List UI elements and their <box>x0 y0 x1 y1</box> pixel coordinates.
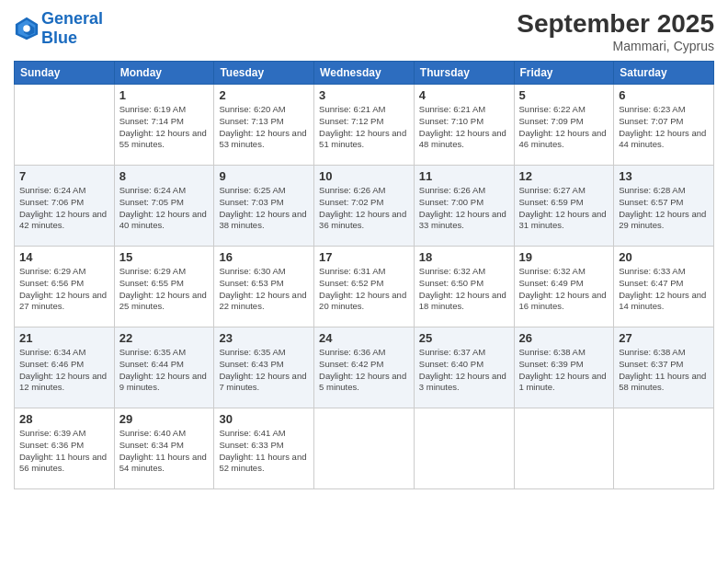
day-info: Sunrise: 6:20 AMSunset: 7:13 PMDaylight:… <box>219 104 309 151</box>
day-number: 27 <box>619 331 709 345</box>
day-info: Sunrise: 6:23 AMSunset: 7:07 PMDaylight:… <box>619 104 709 151</box>
calendar-cell <box>314 408 415 489</box>
day-number: 28 <box>19 412 109 426</box>
day-number: 7 <box>19 169 109 183</box>
calendar-cell <box>15 85 115 166</box>
calendar-cell: 4Sunrise: 6:21 AMSunset: 7:10 PMDaylight… <box>414 85 514 166</box>
day-number: 16 <box>219 250 309 264</box>
calendar-cell <box>514 408 614 489</box>
day-info: Sunrise: 6:29 AMSunset: 6:56 PMDaylight:… <box>19 266 109 313</box>
calendar-cell: 25Sunrise: 6:37 AMSunset: 6:40 PMDayligh… <box>414 327 514 408</box>
calendar-cell: 16Sunrise: 6:30 AMSunset: 6:53 PMDayligh… <box>214 247 314 327</box>
calendar-cell: 18Sunrise: 6:32 AMSunset: 6:50 PMDayligh… <box>414 247 514 327</box>
calendar-cell: 26Sunrise: 6:38 AMSunset: 6:39 PMDayligh… <box>514 327 614 408</box>
calendar-cell: 22Sunrise: 6:35 AMSunset: 6:44 PMDayligh… <box>114 327 214 408</box>
day-number: 26 <box>519 331 609 345</box>
calendar-cell: 15Sunrise: 6:29 AMSunset: 6:55 PMDayligh… <box>114 247 214 327</box>
day-info: Sunrise: 6:32 AMSunset: 6:50 PMDaylight:… <box>419 266 509 313</box>
calendar-cell: 29Sunrise: 6:40 AMSunset: 6:34 PMDayligh… <box>114 408 214 489</box>
calendar-cell: 6Sunrise: 6:23 AMSunset: 7:07 PMDaylight… <box>614 85 714 166</box>
weekday-header: Wednesday <box>314 62 415 85</box>
day-info: Sunrise: 6:29 AMSunset: 6:55 PMDaylight:… <box>119 266 210 313</box>
day-number: 30 <box>219 412 309 426</box>
month-title: September 2025 <box>517 9 714 39</box>
day-number: 21 <box>19 331 109 345</box>
day-info: Sunrise: 6:37 AMSunset: 6:40 PMDaylight:… <box>419 347 509 394</box>
header: General Blue September 2025 Mammari, Cyp… <box>14 9 714 53</box>
calendar-cell: 2Sunrise: 6:20 AMSunset: 7:13 PMDaylight… <box>214 85 314 166</box>
calendar-cell: 3Sunrise: 6:21 AMSunset: 7:12 PMDaylight… <box>314 85 415 166</box>
weekday-header: Sunday <box>15 62 115 85</box>
day-number: 11 <box>419 169 509 183</box>
calendar-cell: 23Sunrise: 6:35 AMSunset: 6:43 PMDayligh… <box>214 327 314 408</box>
location: Mammari, Cyprus <box>517 39 714 53</box>
calendar-week-row: 21Sunrise: 6:34 AMSunset: 6:46 PMDayligh… <box>15 327 714 408</box>
day-info: Sunrise: 6:27 AMSunset: 6:59 PMDaylight:… <box>519 185 609 232</box>
calendar-cell: 14Sunrise: 6:29 AMSunset: 6:56 PMDayligh… <box>15 247 115 327</box>
calendar-cell: 21Sunrise: 6:34 AMSunset: 6:46 PMDayligh… <box>15 327 115 408</box>
day-number: 10 <box>319 169 409 183</box>
day-number: 12 <box>519 169 609 183</box>
day-info: Sunrise: 6:21 AMSunset: 7:12 PMDaylight:… <box>319 104 409 151</box>
day-number: 19 <box>519 250 609 264</box>
calendar-cell: 24Sunrise: 6:36 AMSunset: 6:42 PMDayligh… <box>314 327 415 408</box>
day-number: 23 <box>219 331 309 345</box>
logo-general: General <box>41 9 103 29</box>
day-info: Sunrise: 6:26 AMSunset: 7:02 PMDaylight:… <box>319 185 409 232</box>
day-number: 17 <box>319 250 409 264</box>
calendar-week-row: 28Sunrise: 6:39 AMSunset: 6:36 PMDayligh… <box>15 408 714 489</box>
day-info: Sunrise: 6:22 AMSunset: 7:09 PMDaylight:… <box>519 104 609 151</box>
calendar-cell: 8Sunrise: 6:24 AMSunset: 7:05 PMDaylight… <box>114 166 214 247</box>
day-info: Sunrise: 6:19 AMSunset: 7:14 PMDaylight:… <box>119 104 210 151</box>
calendar-cell: 5Sunrise: 6:22 AMSunset: 7:09 PMDaylight… <box>514 85 614 166</box>
calendar-cell: 30Sunrise: 6:41 AMSunset: 6:33 PMDayligh… <box>214 408 314 489</box>
calendar-week-row: 14Sunrise: 6:29 AMSunset: 6:56 PMDayligh… <box>15 247 714 327</box>
calendar-cell: 9Sunrise: 6:25 AMSunset: 7:03 PMDaylight… <box>214 166 314 247</box>
logo-icon <box>14 16 40 41</box>
day-number: 25 <box>419 331 509 345</box>
day-number: 1 <box>119 88 210 102</box>
day-number: 9 <box>219 169 309 183</box>
logo-blue: Blue <box>41 29 77 47</box>
calendar-cell: 13Sunrise: 6:28 AMSunset: 6:57 PMDayligh… <box>614 166 714 247</box>
day-info: Sunrise: 6:28 AMSunset: 6:57 PMDaylight:… <box>619 185 709 232</box>
day-info: Sunrise: 6:38 AMSunset: 6:37 PMDaylight:… <box>619 347 709 394</box>
calendar-header-row: SundayMondayTuesdayWednesdayThursdayFrid… <box>15 62 714 85</box>
calendar-cell: 10Sunrise: 6:26 AMSunset: 7:02 PMDayligh… <box>314 166 415 247</box>
day-number: 8 <box>119 169 210 183</box>
day-info: Sunrise: 6:34 AMSunset: 6:46 PMDaylight:… <box>19 347 109 394</box>
day-info: Sunrise: 6:35 AMSunset: 6:43 PMDaylight:… <box>219 347 309 394</box>
day-info: Sunrise: 6:40 AMSunset: 6:34 PMDaylight:… <box>119 428 210 475</box>
day-info: Sunrise: 6:24 AMSunset: 7:06 PMDaylight:… <box>19 185 109 232</box>
day-info: Sunrise: 6:32 AMSunset: 6:49 PMDaylight:… <box>519 266 609 313</box>
calendar-cell: 11Sunrise: 6:26 AMSunset: 7:00 PMDayligh… <box>414 166 514 247</box>
day-number: 20 <box>619 250 709 264</box>
day-number: 18 <box>419 250 509 264</box>
day-info: Sunrise: 6:33 AMSunset: 6:47 PMDaylight:… <box>619 266 709 313</box>
day-number: 3 <box>319 88 409 102</box>
logo: General Blue <box>14 9 103 48</box>
day-number: 4 <box>419 88 509 102</box>
calendar-table: SundayMondayTuesdayWednesdayThursdayFrid… <box>14 61 714 489</box>
day-info: Sunrise: 6:21 AMSunset: 7:10 PMDaylight:… <box>419 104 509 151</box>
calendar-cell: 12Sunrise: 6:27 AMSunset: 6:59 PMDayligh… <box>514 166 614 247</box>
weekday-header: Monday <box>114 62 214 85</box>
calendar-cell: 19Sunrise: 6:32 AMSunset: 6:49 PMDayligh… <box>514 247 614 327</box>
day-info: Sunrise: 6:30 AMSunset: 6:53 PMDaylight:… <box>219 266 309 313</box>
calendar-cell <box>414 408 514 489</box>
day-number: 13 <box>619 169 709 183</box>
day-number: 14 <box>19 250 109 264</box>
calendar-cell: 1Sunrise: 6:19 AMSunset: 7:14 PMDaylight… <box>114 85 214 166</box>
day-info: Sunrise: 6:41 AMSunset: 6:33 PMDaylight:… <box>219 428 309 475</box>
calendar-cell: 28Sunrise: 6:39 AMSunset: 6:36 PMDayligh… <box>15 408 115 489</box>
day-number: 5 <box>519 88 609 102</box>
title-section: September 2025 Mammari, Cyprus <box>517 9 714 53</box>
day-number: 2 <box>219 88 309 102</box>
day-info: Sunrise: 6:38 AMSunset: 6:39 PMDaylight:… <box>519 347 609 394</box>
day-info: Sunrise: 6:39 AMSunset: 6:36 PMDaylight:… <box>19 428 109 475</box>
day-number: 24 <box>319 331 409 345</box>
day-number: 15 <box>119 250 210 264</box>
calendar-week-row: 7Sunrise: 6:24 AMSunset: 7:06 PMDaylight… <box>15 166 714 247</box>
weekday-header: Saturday <box>614 62 714 85</box>
day-info: Sunrise: 6:36 AMSunset: 6:42 PMDaylight:… <box>319 347 409 394</box>
